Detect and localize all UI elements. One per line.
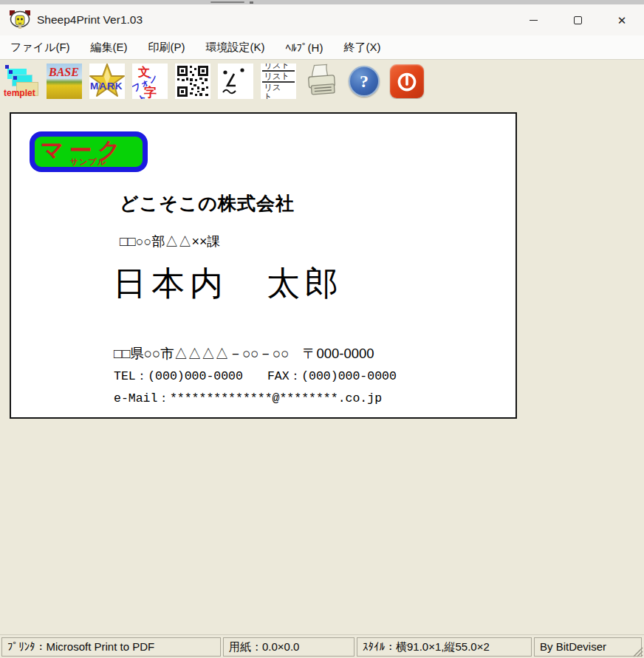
- status-bar: ﾌﾟﾘﾝﾀ：Microsoft Print to PDF 用紙：0.0×0.0 …: [0, 634, 644, 658]
- department-text[interactable]: □□○○部△△××課: [120, 233, 221, 250]
- menu-exit[interactable]: 終了(X): [333, 37, 391, 58]
- toolbar: templet BASE MARK 文 フォント 字: [0, 61, 644, 106]
- background-window-detail: [210, 1, 244, 3]
- close-icon: ✕: [617, 15, 627, 26]
- minimize-icon: [530, 20, 538, 21]
- draw-face-button[interactable]: [218, 64, 253, 99]
- menu-print[interactable]: 印刷(P): [138, 37, 196, 58]
- sheep-app-icon[interactable]: [10, 10, 30, 30]
- base-image-button[interactable]: BASE: [47, 64, 82, 99]
- qrcode-button[interactable]: [175, 64, 210, 99]
- status-paper-size: 用紙：0.0×0.0: [223, 637, 354, 657]
- mark-logo-object[interactable]: マーク サンプル: [30, 131, 148, 172]
- resize-grip[interactable]: [631, 645, 643, 657]
- card-preview-canvas[interactable]: マーク サンプル どこそこの株式会社 □□○○部△△××課 日本内 太郎 □□県…: [10, 112, 517, 419]
- menu-bar: ファイル(F) 編集(E) 印刷(P) 環境設定(K) ﾍﾙﾌﾟ(H) 終了(X…: [0, 35, 644, 60]
- maximize-button[interactable]: [555, 4, 600, 35]
- list-icon: リスト: [262, 64, 295, 72]
- tel-fax-text[interactable]: TEL：(000)000-0000 FAX：(000)000-0000: [114, 368, 397, 384]
- draw-face-icon: [218, 64, 253, 99]
- company-name-text[interactable]: どこそこの株式会社: [120, 191, 295, 216]
- menu-settings[interactable]: 環境設定(K): [196, 37, 275, 58]
- printer-icon: [304, 64, 339, 99]
- template-button[interactable]: templet: [4, 64, 39, 99]
- list-button[interactable]: リスト リスト リスト: [261, 64, 296, 99]
- status-style: ｽﾀｲﾙ：横91.0×1,縦55.0×2: [357, 637, 532, 657]
- template-button-label: templet: [4, 88, 39, 98]
- title-bar[interactable]: Sheep4Print Ver1.03 ✕: [0, 4, 644, 35]
- person-name-text[interactable]: 日本内 太郎: [113, 261, 343, 306]
- maximize-icon: [574, 16, 582, 24]
- print-button[interactable]: [304, 64, 339, 99]
- exit-button[interactable]: [389, 64, 425, 99]
- menu-help[interactable]: ﾍﾙﾌﾟ(H): [275, 38, 334, 58]
- base-button-label: BASE: [49, 66, 79, 79]
- help-icon: ?: [349, 66, 380, 97]
- status-credit: By BitDeviser: [534, 637, 642, 657]
- mark-button-label: MARK: [90, 80, 125, 92]
- font-button[interactable]: 文 フォント 字: [132, 64, 168, 99]
- minimize-button[interactable]: [511, 4, 555, 35]
- mark-button[interactable]: MARK: [89, 64, 125, 99]
- status-printer: ﾌﾟﾘﾝﾀ：Microsoft Print to PDF: [1, 637, 221, 657]
- background-window-detail: [250, 1, 253, 4]
- address-text[interactable]: □□県○○市△△△△－○○－○○ 〒000-0000: [114, 344, 374, 363]
- email-text[interactable]: e-Mail：**************@********.co.jp: [114, 390, 382, 406]
- close-button[interactable]: ✕: [600, 4, 644, 35]
- power-icon: [390, 64, 424, 98]
- qrcode-icon: [175, 64, 210, 99]
- mark-logo-subtext: サンプル: [70, 157, 106, 168]
- menu-edit[interactable]: 編集(E): [80, 37, 138, 58]
- menu-file[interactable]: ファイル(F): [0, 37, 80, 58]
- window-title: Sheep4Print Ver1.03: [37, 13, 143, 27]
- help-button[interactable]: ?: [346, 64, 382, 99]
